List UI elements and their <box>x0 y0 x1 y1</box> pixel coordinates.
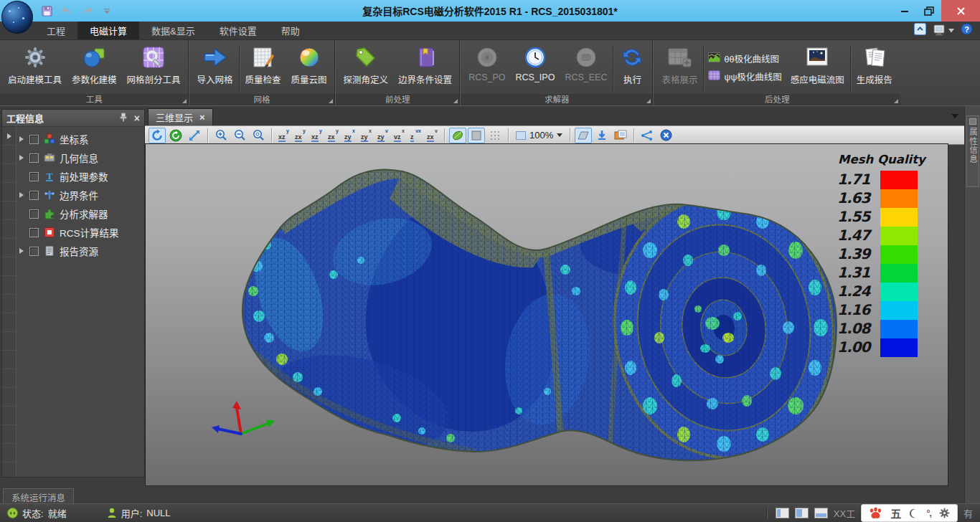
checkbox[interactable] <box>29 135 39 144</box>
quality-cloud-map-button[interactable]: 质量云图 <box>286 42 332 92</box>
ime-settings-gear-icon[interactable] <box>939 508 950 518</box>
group-expand-icon[interactable] <box>646 99 651 103</box>
refresh-view-button[interactable] <box>167 128 184 143</box>
parametric-modeling-button[interactable]: 参数化建模 <box>67 42 122 92</box>
save-icon[interactable] <box>40 4 53 17</box>
tree-item-report-resources[interactable]: 报告资源 <box>17 242 144 260</box>
expand-icon[interactable] <box>19 155 25 161</box>
tree-item-coordinate-system[interactable]: 坐标系 <box>17 130 144 148</box>
view-iso-1-button[interactable]: vzy <box>375 128 390 143</box>
view-back-button[interactable]: yzx <box>293 128 308 143</box>
perspective-mode-button[interactable] <box>575 128 592 143</box>
checkbox[interactable] <box>29 228 39 237</box>
fit-extent-button[interactable] <box>186 128 203 143</box>
points-mode-button[interactable] <box>486 128 504 143</box>
checkbox[interactable] <box>29 191 39 200</box>
quick-access-dropdown-icon[interactable] <box>100 4 113 17</box>
tree-item-geometry-info[interactable]: 几何信息 <box>17 148 144 167</box>
zoom-out-button[interactable] <box>231 128 248 143</box>
theta-theta-curve-button[interactable]: θθ极化曲线图 <box>708 52 781 65</box>
mesh-partition-tool-button[interactable]: 网格剖分工具 <box>122 42 186 92</box>
export-image-button[interactable] <box>612 128 629 143</box>
expand-icon[interactable] <box>19 136 25 142</box>
tab-software-settings[interactable]: 软件设置 <box>207 22 269 39</box>
minimize-button[interactable] <box>892 0 917 22</box>
ime-mode-button[interactable]: 五 <box>890 506 901 521</box>
tab-help[interactable]: 帮助 <box>269 22 312 39</box>
help-icon[interactable]: ? <box>961 23 973 38</box>
share-flow-button[interactable] <box>639 128 656 143</box>
download-view-button[interactable] <box>593 128 611 143</box>
generate-report-button[interactable]: 生成报告 <box>852 42 897 92</box>
group-expand-icon[interactable] <box>182 99 187 103</box>
ime-toolbar[interactable]: 五 °, <box>861 504 958 522</box>
gutter-arrow-icon[interactable] <box>7 133 11 139</box>
probe-angle-define-button[interactable]: 探测角定义 <box>339 42 394 92</box>
table-display-button[interactable]: 表格展示 <box>656 42 702 92</box>
group-expand-icon[interactable] <box>894 99 898 103</box>
zoom-level-caret-icon[interactable] <box>557 133 562 137</box>
redo-icon[interactable] <box>80 4 93 17</box>
checkbox[interactable] <box>29 209 39 219</box>
close-button[interactable] <box>941 0 980 22</box>
viewport-3d[interactable]: Mesh Quality 1.71 1.63 1.55 1.47 1.39 1.… <box>145 143 948 486</box>
tab-data-display[interactable]: 数据&显示 <box>139 22 207 39</box>
collapse-ribbon-icon[interactable] <box>914 23 926 38</box>
tree-item-solver[interactable]: 分析求解器 <box>17 204 144 223</box>
tree-item-boundary-conditions[interactable]: 边界条件 <box>17 186 144 204</box>
tab-3d-display[interactable]: 三维显示 × <box>148 108 213 125</box>
view-left-button[interactable]: yxz <box>309 128 324 143</box>
layout-bottom-panel-icon[interactable] <box>814 508 828 518</box>
view-front-button[interactable]: yxz <box>276 128 291 143</box>
view-iso-4-button[interactable]: vzx <box>425 128 440 143</box>
boundary-condition-settings-button[interactable]: 边界条件设置 <box>393 42 457 92</box>
launch-modeling-tool-button[interactable]: 启动建模工具 <box>3 42 67 92</box>
solver-rcs-eec-button[interactable]: RCS_EEC <box>560 42 612 92</box>
view-top-button[interactable]: xzy <box>342 128 357 143</box>
pin-icon[interactable] <box>120 112 127 125</box>
display-style-icon[interactable] <box>933 24 954 37</box>
tab-em-computation[interactable]: 电磁计算 <box>77 22 139 39</box>
properties-collapsed-tab[interactable]: 属性信息 <box>966 115 979 187</box>
tree-item-rcs-results[interactable]: RCS计算结果 <box>17 223 144 242</box>
panel-close-icon[interactable]: × <box>134 113 140 123</box>
checkbox[interactable] <box>29 172 39 181</box>
app-logo-icon[interactable] <box>1 1 33 34</box>
checkbox[interactable] <box>29 153 39 163</box>
view-iso-2-button[interactable]: xvz <box>392 128 407 143</box>
ime-moon-icon[interactable] <box>909 508 918 518</box>
undo-icon[interactable] <box>60 4 73 17</box>
tab-engineering[interactable]: 工程 <box>34 22 77 39</box>
ime-punctuation-button[interactable]: °, <box>926 508 931 518</box>
tab-close-icon[interactable]: × <box>199 112 205 123</box>
solver-rcs-po-button[interactable]: RCS_PO <box>463 42 510 92</box>
zoom-in-button[interactable] <box>212 128 230 143</box>
view-right-button[interactable]: yzx <box>326 128 341 143</box>
layout-left-panel-icon[interactable] <box>776 508 789 518</box>
ime-brand-paw-icon[interactable] <box>869 507 882 519</box>
execute-button[interactable]: 执行 <box>614 42 650 92</box>
group-expand-icon[interactable] <box>453 99 458 103</box>
tab-overflow-icon[interactable] <box>951 114 958 118</box>
rotate-view-button[interactable] <box>149 128 166 143</box>
expand-icon[interactable] <box>19 192 25 198</box>
layout-wide-left-panel-icon[interactable] <box>795 508 809 518</box>
checkbox[interactable] <box>29 247 39 256</box>
solver-rcs-ipo-button[interactable]: RCS_IPO <box>511 42 560 92</box>
view-bottom-button[interactable]: xzy <box>359 128 374 143</box>
induced-current-map-button[interactable]: 感应电磁流图 <box>786 42 849 92</box>
zoom-fit-button[interactable] <box>250 128 267 143</box>
expand-icon[interactable] <box>19 248 25 254</box>
quality-check-button[interactable]: 质量检查 <box>240 42 286 92</box>
restore-button[interactable] <box>917 0 941 22</box>
cancel-operation-button[interactable] <box>657 128 674 143</box>
tree-item-preprocess-params[interactable]: T 前处理参数 <box>17 167 144 186</box>
import-mesh-button[interactable]: 导入网格 <box>192 42 238 92</box>
view-iso-3-button[interactable]: vxz <box>408 128 423 143</box>
zoom-level-select[interactable]: 100% <box>513 130 565 141</box>
group-expand-icon[interactable] <box>329 99 333 103</box>
psi-psi-curve-button[interactable]: ψψ极化曲线图 <box>708 70 781 83</box>
tree-gutter[interactable] <box>2 127 17 477</box>
shaded-mode-button[interactable] <box>449 128 466 143</box>
flat-mode-button[interactable] <box>468 128 485 143</box>
